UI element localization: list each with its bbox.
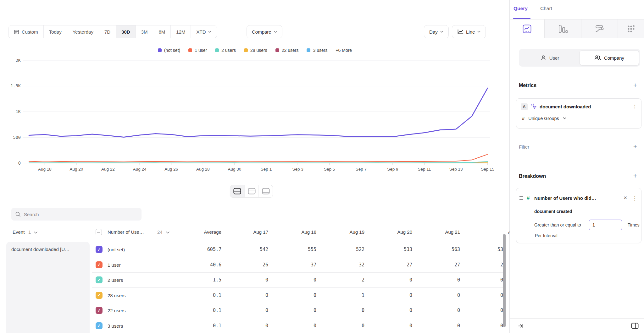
legend-item[interactable]: 2 users <box>215 48 236 53</box>
chart-type-dropdown[interactable]: Line <box>452 25 486 38</box>
range-label: Today <box>49 29 62 35</box>
legend-item[interactable]: 28 users <box>244 48 267 53</box>
cell-value: 37 <box>269 257 316 273</box>
cell-value: 26 <box>221 257 268 273</box>
range-yesterday-button[interactable]: Yesterday <box>67 25 99 38</box>
panel-layout-button[interactable] <box>631 323 639 330</box>
legend-item[interactable]: 22 users <box>275 48 299 53</box>
range-today-button[interactable]: Today <box>43 25 67 38</box>
series-checkbox[interactable]: ✓ <box>96 307 103 314</box>
range-7d-button[interactable]: 7D <box>99 25 116 38</box>
cell-value: 0 <box>456 303 503 318</box>
range-xtd-button[interactable]: XTD <box>191 25 217 38</box>
charttype-tab-line[interactable] <box>510 19 544 38</box>
table-header: Event 1 Number of Use… 24 Average Aug 17… <box>0 225 510 239</box>
breakdown-kebab-menu[interactable]: ⋮ <box>632 196 637 201</box>
series-label[interactable]: 2 users <box>108 272 123 288</box>
legend-item[interactable]: (not set) <box>158 48 180 53</box>
toggle-user[interactable]: User <box>520 50 580 65</box>
average-value: 0.1 <box>174 318 221 333</box>
breakdown-unit-label: Times <box>628 222 640 227</box>
series-checkbox[interactable]: ✓ <box>96 322 103 329</box>
series-label[interactable]: (not set) <box>108 242 125 257</box>
x-axis-tick-label: Sep 15 <box>481 167 494 172</box>
tab-chart[interactable]: Chart <box>540 6 552 11</box>
toggle-company[interactable]: Company <box>580 50 639 65</box>
legend-swatch <box>215 48 219 52</box>
timeseries-chart[interactable]: 05001K1.5K2KAug 18Aug 20Aug 22Aug 24Aug … <box>0 57 510 180</box>
range-custom-button[interactable]: Custom <box>8 25 43 38</box>
breakdown-per-interval-label[interactable]: Per Interval <box>535 233 558 238</box>
x-axis-tick-label: Aug 22 <box>101 167 115 172</box>
layout-split-button[interactable] <box>230 185 244 197</box>
metric-event-name[interactable]: document downloaded <box>540 104 591 109</box>
legend-more-link[interactable]: +6 More <box>336 48 352 53</box>
range-3m-button[interactable]: 3M <box>136 25 153 38</box>
series-label[interactable]: 28 users <box>108 288 126 303</box>
cell-value: 542 <box>221 242 268 257</box>
layout-chart-only-button[interactable] <box>244 185 258 197</box>
series-checkbox[interactable]: ✓ <box>96 292 103 299</box>
series-checkbox[interactable]: ✓ <box>96 246 103 253</box>
series-column-header[interactable]: Number of Use… <box>108 225 144 239</box>
metric-measure-row[interactable]: # Unique Groups <box>522 116 566 121</box>
table-row: ✓2 users1.5002000 <box>0 272 510 288</box>
search-input[interactable] <box>24 212 138 217</box>
close-icon[interactable]: ✕ <box>623 195 627 201</box>
x-axis-tick-label: Sep 9 <box>387 167 398 172</box>
add-breakdown-button[interactable]: + <box>631 172 639 180</box>
cell-value: 0 <box>365 272 412 288</box>
compare-button[interactable]: Compare <box>247 25 282 38</box>
breakdown-event-name[interactable]: document created <box>534 209 572 214</box>
cell-value: 0 <box>456 288 503 303</box>
x-axis-tick-label: Sep 7 <box>356 167 367 172</box>
interval-dropdown[interactable]: Day <box>424 25 449 38</box>
series-select-all-checkbox[interactable] <box>96 229 102 235</box>
layout-table-only-button[interactable] <box>258 185 273 197</box>
metric-kebab-menu[interactable]: ⋮ <box>632 104 637 110</box>
interval-label: Day <box>429 29 438 35</box>
event-column-header[interactable]: Event <box>13 225 25 239</box>
range-label: 30D <box>121 29 130 35</box>
charttype-tab-flow[interactable] <box>581 19 618 38</box>
drag-handle-icon[interactable] <box>519 196 523 201</box>
range-12m-button[interactable]: 12M <box>170 25 191 38</box>
legend-item[interactable]: 1 user <box>188 48 207 53</box>
cell-value: 2 <box>456 257 503 273</box>
cell-value: 0 <box>221 318 268 333</box>
cell-value: 0 <box>365 288 412 303</box>
series-checkbox[interactable]: ✓ <box>96 261 103 268</box>
tab-query[interactable]: Query <box>514 6 528 11</box>
breakdown-condition-label[interactable]: Greater than or equal to <box>534 222 581 227</box>
legend-swatch <box>275 48 279 52</box>
collapse-panel-button[interactable] <box>518 323 524 330</box>
cell-value: 0 <box>269 318 316 333</box>
breakdown-property-name[interactable]: Number of Users who did… <box>534 195 621 201</box>
legend-swatch <box>244 48 248 52</box>
legend-item[interactable]: 3 users <box>307 48 327 53</box>
chevron-down-icon[interactable] <box>34 232 37 234</box>
split-view-icon <box>233 188 241 194</box>
add-filter-button[interactable]: + <box>631 143 639 150</box>
calendar-icon <box>14 29 19 35</box>
series-label[interactable]: 22 users <box>108 303 126 318</box>
add-metric-button[interactable]: + <box>631 81 639 89</box>
metrics-section-title: Metrics <box>519 83 536 88</box>
range-6m-button[interactable]: 6M <box>153 25 170 38</box>
chevron-down-icon <box>440 31 443 33</box>
table-vertical-scrollbar[interactable] <box>503 234 506 327</box>
legend-label: (not set) <box>164 48 180 53</box>
series-label[interactable]: 3 users <box>108 318 123 333</box>
metric-card[interactable]: A document downloaded ⋮ # Unique Groups <box>516 98 641 128</box>
series-label[interactable]: 1 user <box>108 257 121 273</box>
range-30d-button[interactable]: 30D <box>116 25 136 38</box>
series-checkbox[interactable]: ✓ <box>96 276 103 283</box>
breakdown-times-input[interactable] <box>589 220 622 230</box>
charttype-tab-bar[interactable] <box>544 19 581 38</box>
range-label: 6M <box>158 29 165 35</box>
group-by-toggle: User Company <box>519 49 640 67</box>
breakdown-card[interactable]: # Number of Users who did… ✕ ⋮ document … <box>516 188 641 243</box>
chevron-down-icon <box>477 31 480 33</box>
charttype-tab-more[interactable] <box>618 19 644 38</box>
chevron-down-icon[interactable] <box>166 232 169 234</box>
